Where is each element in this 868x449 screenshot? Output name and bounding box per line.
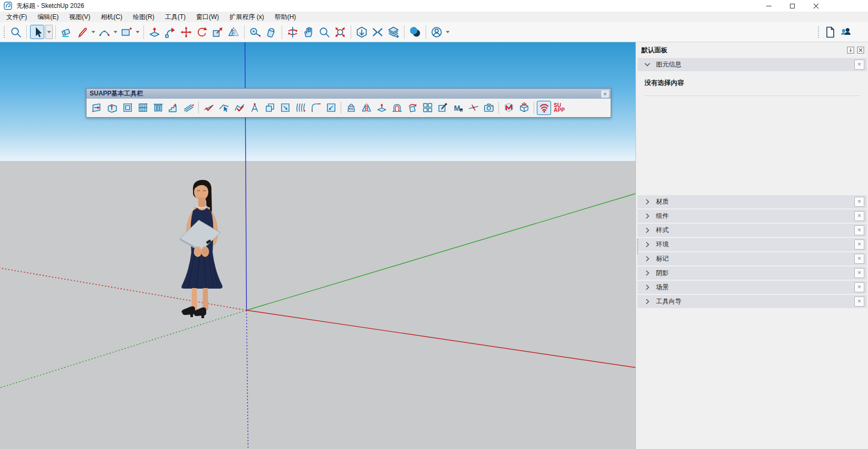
mirror-flip-button[interactable] [359, 101, 373, 115]
panel-splitter[interactable] [636, 238, 639, 254]
tape-measure-tool-button[interactable] [248, 25, 263, 40]
viewport[interactable]: SUAPP基本工具栏 × KGMSUAPP [0, 42, 635, 449]
suapp-close-button[interactable]: × [601, 90, 609, 98]
rotate-object-button[interactable] [405, 101, 419, 115]
box-arrow-button[interactable] [324, 101, 338, 115]
pushpull-tool-button[interactable] [147, 25, 162, 40]
orbit-tool-button[interactable] [285, 25, 300, 40]
zoom-extents-tool-button[interactable] [333, 25, 348, 40]
panel-close-button[interactable] [857, 46, 864, 54]
box-select-button[interactable] [278, 101, 292, 115]
camera-view-button[interactable] [481, 101, 496, 115]
warehouse-3d-button[interactable] [354, 25, 369, 40]
axis-needle-button[interactable] [466, 101, 480, 115]
line-check-button[interactable] [201, 101, 216, 115]
weight-kg-button[interactable]: KG [344, 101, 358, 115]
rectangle-tool-dropdown-button[interactable] [134, 25, 141, 40]
stairs-icon [168, 102, 179, 113]
account-button[interactable] [429, 25, 444, 40]
wall-up-button[interactable] [105, 101, 119, 115]
menu-item-5[interactable]: 工具(T) [160, 12, 191, 22]
shapes-overlay-button[interactable] [408, 25, 422, 40]
menu-item-6[interactable]: 窗口(W) [191, 12, 224, 22]
panel-section-close-button[interactable]: × [854, 240, 864, 250]
rotate-tool-button[interactable] [195, 25, 209, 40]
panel-section-header-1[interactable]: 组件× [638, 209, 867, 223]
arc-tool-dropdown-button[interactable] [112, 25, 119, 40]
wifi-signal-button[interactable] [537, 101, 551, 115]
paint-bucket-tool-button[interactable] [264, 25, 278, 40]
suapp-m-logo-button[interactable] [501, 101, 516, 115]
menu-item-0[interactable]: 文件(F) [1, 12, 32, 22]
flip-tool-button[interactable] [226, 25, 241, 40]
chevron-right-icon [643, 212, 652, 221]
panel-section-header-6[interactable]: 场景× [638, 281, 867, 294]
panel-section-header-4[interactable]: 标记× [638, 252, 867, 265]
zoom-tool-button[interactable] [8, 25, 23, 40]
fillet-arc-button[interactable] [308, 101, 323, 115]
panel-section-close-button[interactable]: × [854, 297, 864, 307]
close-button[interactable] [804, 0, 828, 12]
menu-item-2[interactable]: 视图(V) [64, 12, 95, 22]
columns-button[interactable] [151, 101, 165, 115]
send-to-layout-button[interactable] [386, 25, 401, 40]
menu-item-1[interactable]: 编辑(E) [32, 12, 64, 22]
line-tool-button[interactable] [75, 25, 90, 40]
panel-section-header-0[interactable]: 材质× [638, 195, 867, 208]
divider-compass-button[interactable] [247, 101, 262, 115]
panel-section-close-button[interactable]: × [854, 268, 864, 278]
panel-section-close-button[interactable]: × [854, 254, 864, 264]
pan-tool-button[interactable] [301, 25, 316, 40]
panel-section-header-3[interactable]: 环境× [638, 238, 867, 251]
collaborators-button[interactable] [838, 25, 853, 40]
copy-objects-button[interactable] [263, 101, 277, 115]
raise-slab-button[interactable] [374, 101, 389, 115]
panel-section-close-button[interactable]: × [854, 282, 864, 292]
panel-pin-button[interactable] [847, 46, 854, 54]
door-window-button[interactable] [120, 101, 134, 115]
zoom-viewport-tool-button[interactable] [317, 25, 332, 40]
corner-select-button[interactable] [217, 101, 231, 115]
suapp-logo-text[interactable]: SUAPP [554, 103, 565, 112]
component-box-button[interactable] [517, 101, 531, 115]
maximize-button[interactable] [780, 0, 804, 12]
move-tool-button[interactable] [179, 25, 194, 40]
railing-button[interactable] [293, 101, 307, 115]
wall-arrow-button[interactable] [90, 101, 104, 115]
panel-section-close-button[interactable]: × [854, 211, 864, 221]
account-dropdown-button[interactable] [445, 25, 451, 40]
pick-box-button[interactable] [436, 101, 450, 115]
select-tool-dropdown-button[interactable] [45, 25, 53, 39]
eraser-tool-button[interactable] [59, 25, 74, 40]
toolbar-grip[interactable] [3, 25, 6, 39]
polyline-check-button[interactable] [232, 101, 246, 115]
arc-tool-button[interactable] [97, 25, 112, 40]
new-document-button[interactable] [823, 25, 837, 40]
extension-warehouse-button[interactable] [370, 25, 385, 40]
followme-tool-button[interactable] [163, 25, 178, 40]
menu-item-4[interactable]: 绘图(R) [128, 12, 160, 22]
panel-section-header-2[interactable]: 样式× [638, 224, 867, 237]
entity-info-close-button[interactable]: × [854, 60, 864, 70]
stairs-button[interactable] [166, 101, 180, 115]
material-brush-button[interactable]: M [451, 101, 465, 115]
arch-tool-button[interactable] [390, 101, 404, 115]
line-tool-dropdown-button[interactable] [90, 25, 97, 40]
panel-section-close-button[interactable]: × [854, 197, 864, 207]
entity-info-header[interactable]: 图元信息 × [638, 58, 867, 71]
rectangle-tool-button[interactable] [119, 25, 134, 40]
menu-item-8[interactable]: 帮助(H) [269, 12, 302, 22]
ramp-button[interactable] [181, 101, 196, 115]
window-grid-button[interactable] [136, 101, 150, 115]
menu-item-7[interactable]: 扩展程序 (x) [224, 12, 269, 22]
select-tool-button[interactable] [30, 25, 44, 39]
toolbar-grip[interactable] [817, 25, 820, 39]
minimize-button[interactable] [757, 0, 780, 12]
scale-tool-button[interactable] [210, 25, 225, 40]
suapp-toolbar-titlebar[interactable]: SUAPP基本工具栏 × [86, 89, 611, 99]
panel-section-header-7[interactable]: 工具向导× [638, 295, 867, 308]
panel-section-close-button[interactable]: × [854, 225, 864, 235]
array-grid-button[interactable] [420, 101, 435, 115]
panel-section-header-5[interactable]: 阴影× [638, 266, 867, 280]
menu-item-3[interactable]: 相机(C) [95, 12, 128, 22]
